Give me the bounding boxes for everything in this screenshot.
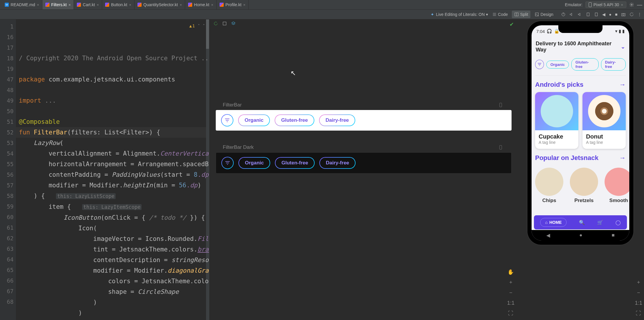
record-icon[interactable]: ● bbox=[609, 12, 611, 17]
tab-readme[interactable]: MREADME.md× bbox=[2, 0, 42, 9]
phone-screen[interactable]: 7:04🎧🔒 ▾▮▮ Delivery to 1600 Amphitheater… bbox=[532, 25, 629, 241]
device-select-icon[interactable] bbox=[222, 21, 227, 26]
live-edit-toggle[interactable]: Live Editing of Literals: ON ▾ bbox=[436, 12, 488, 17]
app-chip-dairy[interactable]: Dairy-free bbox=[601, 58, 626, 71]
filter-icon-button[interactable] bbox=[221, 114, 233, 126]
tab-profile[interactable]: Profile.kt× bbox=[217, 0, 249, 9]
app-chip-organic[interactable]: Organic bbox=[546, 61, 569, 69]
code-line: / Copyright 2020 The Android Open Source… bbox=[19, 55, 209, 62]
chip-gluten-free[interactable]: Gluten-free bbox=[275, 157, 315, 169]
gear-icon[interactable] bbox=[629, 2, 634, 7]
camera-icon[interactable] bbox=[621, 12, 626, 17]
nav-cart-icon[interactable]: 🛒 bbox=[597, 220, 603, 225]
volume-down-icon[interactable] bbox=[577, 12, 582, 17]
chip-dairy-free[interactable]: Dairy-free bbox=[319, 114, 355, 126]
kotlin-icon bbox=[220, 3, 224, 7]
arrow-right-icon[interactable]: → bbox=[619, 154, 626, 162]
close-icon[interactable]: × bbox=[69, 3, 71, 7]
kotlin-icon bbox=[137, 3, 142, 7]
close-icon[interactable]: × bbox=[37, 3, 39, 7]
card-donut[interactable]: DonutA tag line bbox=[582, 92, 626, 149]
chip-organic[interactable]: Organic bbox=[238, 114, 270, 126]
zoom-in-icon[interactable]: + bbox=[509, 279, 512, 286]
main-area: 1161718194748495051525354555657585960616… bbox=[0, 19, 644, 320]
app-chip-gluten[interactable]: Gluten-free bbox=[571, 58, 599, 71]
close-icon[interactable]: × bbox=[180, 3, 182, 7]
sys-back-icon[interactable]: ◀ bbox=[546, 232, 550, 239]
filter-list-icon bbox=[225, 160, 230, 166]
emulator-pane: 7:04🎧🔒 ▾▮▮ Delivery to 1600 Amphitheater… bbox=[517, 19, 644, 320]
close-icon[interactable]: × bbox=[129, 3, 131, 7]
tab-button[interactable]: Button.kt× bbox=[102, 0, 135, 9]
tab-filters[interactable]: Filters.kt× bbox=[42, 0, 74, 9]
close-icon[interactable]: × bbox=[211, 3, 213, 7]
minimize-icon[interactable]: — bbox=[637, 2, 642, 8]
home-icon: ⌂ bbox=[545, 220, 547, 225]
preview-zoom-tools: ✋ + − 1:1 ⛶ bbox=[507, 269, 514, 316]
stop-icon[interactable]: ■ bbox=[615, 12, 618, 17]
chips-image bbox=[535, 168, 563, 196]
rotate-right-icon[interactable] bbox=[594, 12, 599, 17]
more-icon[interactable]: ⋮ bbox=[638, 12, 642, 17]
back-icon[interactable]: ◀ bbox=[602, 12, 605, 17]
device-selector[interactable]: Pixel 5 API 30× bbox=[585, 1, 626, 8]
nav-search-icon[interactable]: 🔍 bbox=[579, 220, 585, 225]
chip-gluten-free[interactable]: Gluten-free bbox=[275, 114, 314, 126]
expand-icon[interactable]: ⛶ bbox=[636, 310, 641, 316]
arrow-right-icon[interactable]: → bbox=[619, 81, 626, 89]
snack-chips[interactable]: Chips bbox=[535, 168, 563, 204]
chip-organic[interactable]: Organic bbox=[238, 157, 270, 169]
chip-dairy-free[interactable]: Dairy-free bbox=[319, 157, 356, 169]
zoom-out-icon[interactable]: − bbox=[509, 290, 512, 296]
view-code[interactable]: Code bbox=[490, 11, 510, 18]
filter-icon-button[interactable] bbox=[221, 157, 234, 169]
layers-icon[interactable] bbox=[231, 21, 236, 26]
tab-cart[interactable]: Cart.kt× bbox=[74, 0, 102, 9]
zoom-in-icon[interactable]: + bbox=[637, 279, 640, 286]
card-cupcake[interactable]: CupcakeA tag line bbox=[535, 92, 578, 149]
tab-quantity[interactable]: QuantitySelector.kt× bbox=[135, 0, 185, 9]
rotate-left-icon[interactable] bbox=[586, 12, 590, 17]
filter-icon-button[interactable] bbox=[535, 60, 544, 69]
sys-recent-icon[interactable]: ■ bbox=[612, 232, 615, 238]
prev-problem-icon[interactable]: ˄ bbox=[198, 21, 200, 31]
wand-icon: ✦ bbox=[431, 12, 434, 17]
headset-icon: 🎧 bbox=[547, 29, 552, 34]
pan-icon[interactable]: ✋ bbox=[507, 269, 514, 275]
zoom-fit-icon[interactable]: 1:1 bbox=[507, 300, 514, 306]
sys-home-icon[interactable]: ● bbox=[579, 232, 582, 238]
filterbar-preview-light: Organic Gluten-free Dairy-free bbox=[216, 110, 512, 131]
nav-home[interactable]: ⌂HOME bbox=[540, 218, 567, 227]
app-filter-row: Organic Gluten-free Dairy-free bbox=[535, 58, 626, 76]
zoom-fit-icon[interactable]: 1:1 bbox=[635, 300, 642, 306]
close-icon[interactable]: × bbox=[621, 3, 623, 7]
signal-icon: ▮ bbox=[619, 29, 621, 34]
card-subtitle: A tag line bbox=[539, 140, 575, 145]
tab-home[interactable]: Home.kt× bbox=[185, 0, 217, 9]
nav-profile-icon[interactable]: ◯ bbox=[615, 220, 621, 225]
expand-icon[interactable]: ⛶ bbox=[508, 310, 513, 316]
delivery-header[interactable]: Delivery to 1600 Amphitheater Way⌄ bbox=[535, 37, 626, 58]
preview-label-dark: FilterBar Dark bbox=[223, 144, 254, 150]
view-design[interactable]: Design bbox=[532, 11, 556, 18]
code-editor[interactable]: ▲1 ˄ ˅ / Copyright 2020 The Android Open… bbox=[16, 19, 209, 320]
snack-pretzels[interactable]: Pretzels bbox=[570, 168, 598, 204]
refresh-preview-icon[interactable] bbox=[213, 21, 218, 26]
zoom-out-icon[interactable]: − bbox=[637, 290, 640, 296]
svg-point-9 bbox=[623, 14, 624, 15]
close-icon[interactable]: × bbox=[97, 3, 99, 7]
warning-badge[interactable]: ▲1 bbox=[189, 21, 195, 31]
volume-up-icon[interactable] bbox=[569, 12, 574, 17]
preview-device-icon[interactable] bbox=[498, 102, 503, 108]
next-problem-icon[interactable]: ˅ bbox=[203, 21, 205, 31]
refresh-icon[interactable] bbox=[629, 12, 634, 17]
power-icon[interactable] bbox=[561, 12, 566, 17]
markdown-icon: M bbox=[5, 3, 9, 7]
preview-device-icon[interactable] bbox=[498, 144, 503, 151]
close-icon[interactable]: × bbox=[243, 3, 245, 7]
card-subtitle: A tag line bbox=[586, 140, 622, 145]
snack-smoothie[interactable]: Smooth bbox=[605, 168, 629, 204]
view-split[interactable]: Split bbox=[512, 11, 530, 18]
svg-rect-10 bbox=[223, 22, 226, 25]
wifi-icon: ▾ bbox=[615, 29, 618, 34]
